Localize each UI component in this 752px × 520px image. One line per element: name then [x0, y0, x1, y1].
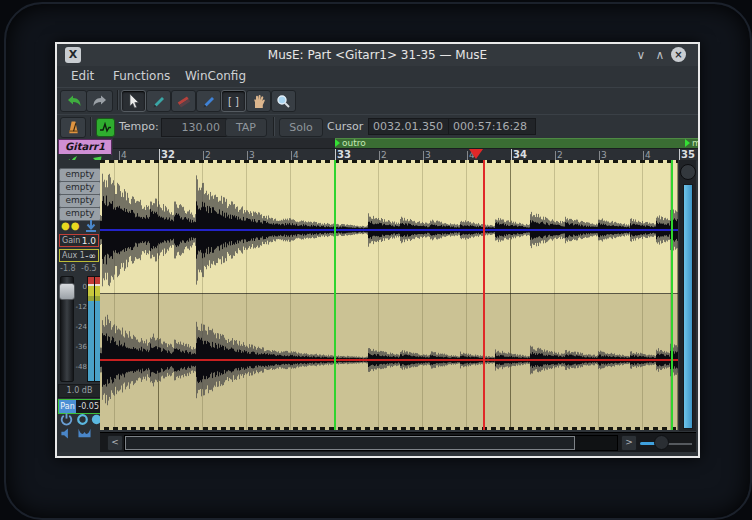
gain-control[interactable]: Gain 1.0 [59, 234, 99, 247]
peak-value-left: -1.8 [60, 264, 76, 273]
record-ring-icon[interactable] [76, 413, 89, 426]
fader-scale-label: -48 [74, 363, 87, 371]
power-icon[interactable] [60, 413, 73, 426]
playhead-marker[interactable] [469, 149, 483, 159]
eraser-tool-button[interactable] [171, 90, 196, 112]
stereo-link-icon[interactable]: ●● [61, 220, 80, 231]
fader-scale-label: -24 [74, 323, 87, 331]
volume-fader-handle[interactable] [59, 283, 75, 300]
titlebar[interactable]: X MusE: Part <Gitarr1> 31-35 — MusE ∨ ∧ … [57, 44, 698, 67]
toolbar-separator [90, 117, 92, 136]
gain-value: 1.0 [82, 236, 96, 246]
range-tool-icon: [ ] [228, 96, 239, 107]
pan-hand-tool-icon [252, 94, 266, 109]
fader-scale-label: 0 [74, 283, 87, 291]
aux-label: Aux 1 [62, 251, 85, 260]
vertical-zoom-knob[interactable] [680, 164, 696, 180]
tempo-map-icon [99, 122, 112, 133]
draw-tool-icon [201, 94, 216, 109]
pointer-tool-button[interactable] [121, 90, 146, 112]
tempo-label: Tempo: [119, 120, 159, 133]
metronome-icon [66, 120, 81, 135]
scroll-right-button[interactable]: > [621, 435, 637, 451]
minimize-button[interactable]: ∨ [633, 44, 649, 66]
range-tool-button[interactable]: [ ] [221, 90, 246, 112]
marker-flag-icon[interactable] [685, 139, 690, 147]
undo-button[interactable] [60, 90, 87, 112]
eraser-tool-icon [176, 94, 192, 109]
tempo-toggle-button[interactable] [96, 118, 115, 137]
pencil-tool-button[interactable] [146, 90, 171, 112]
hzoom-slider-knob[interactable] [654, 435, 669, 450]
window-title: MusE: Part <Gitarr1> 31-35 — MusE [57, 44, 698, 66]
scrollbar-thumb[interactable] [125, 436, 575, 450]
redo-icon [92, 95, 108, 108]
peak-value-right: -6.5 [81, 264, 97, 273]
waveform-display[interactable] [100, 160, 678, 430]
pointer-tool-icon [127, 94, 140, 109]
solo-button[interactable]: Solo [279, 118, 323, 137]
toolbar-separator [273, 117, 275, 136]
metronome-button[interactable] [60, 117, 86, 138]
hzoom-slider-track [668, 443, 692, 445]
route-down-arrow-icon[interactable] [84, 220, 98, 233]
controller-slot[interactable]: empty [59, 207, 101, 221]
tools-toolbar: [ ] [57, 87, 698, 115]
controller-slot[interactable]: empty [59, 168, 101, 182]
toolbar-separator [117, 90, 119, 110]
marker-region [335, 138, 698, 148]
marker-label: outro [342, 138, 366, 148]
track-name-tag[interactable]: Gitarr1 [58, 139, 112, 155]
marker-flag-icon[interactable] [335, 139, 340, 147]
screen: X MusE: Part <Gitarr1> 31-35 — MusE ∨ ∧ … [0, 0, 752, 520]
fader-scale-label: -36 [74, 343, 87, 351]
horizontal-scrollbar: < > [100, 432, 696, 452]
track-control-panel: empty empty empty empty ●● Gain 1.0 Aux … [57, 160, 100, 452]
vertical-zoom-bar [683, 184, 693, 429]
zoom-tool-icon [276, 94, 291, 109]
gain-label: Gain [62, 236, 80, 245]
tap-button[interactable]: TAP [225, 118, 267, 137]
controller-slot[interactable]: empty [59, 181, 101, 195]
controller-slot[interactable]: empty [59, 194, 101, 208]
marker-label: mo [692, 138, 698, 148]
marker-strip[interactable]: outromo [113, 138, 698, 148]
cursor-label: Cursor [327, 120, 363, 133]
mute-speaker-icon[interactable] [60, 427, 73, 440]
tempo-spinbox[interactable]: 130.00 ▲▼ [161, 118, 235, 137]
pan-hand-tool-button[interactable] [246, 90, 271, 112]
wave-mode-icon[interactable] [77, 427, 92, 440]
cursor-position-display: 0032.01.350 [368, 118, 450, 135]
zoom-tool-button[interactable] [271, 90, 296, 112]
close-button[interactable]: × [671, 47, 686, 62]
muse-wave-editor-window: X MusE: Part <Gitarr1> 31-35 — MusE ∨ ∧ … [55, 42, 700, 458]
scroll-left-button[interactable]: < [107, 435, 123, 451]
maximize-button[interactable]: ∧ [652, 44, 668, 66]
menu-winconfig[interactable]: WinConfig [185, 66, 246, 87]
undo-icon [66, 95, 82, 108]
pan-value: -0.05 [76, 400, 100, 413]
draw-tool-button[interactable] [196, 90, 221, 112]
transport-toolbar: Tempo: 130.00 ▲▼ TAP Solo Cursor 0032.01… [57, 114, 698, 140]
aux-value: -∞ [85, 251, 96, 261]
tempo-value: 130.00 [182, 121, 221, 134]
fader-scale-label: -12 [74, 303, 87, 311]
menu-functions[interactable]: Functions [113, 66, 170, 87]
menubar: Edit Functions WinConfig [57, 66, 698, 87]
redo-button[interactable] [86, 90, 113, 112]
menu-edit[interactable]: Edit [71, 66, 94, 87]
pan-control[interactable]: Pan -0.05 [58, 399, 101, 414]
aux-send-control[interactable]: Aux 1 -∞ [59, 249, 99, 262]
pan-label: Pan [59, 400, 76, 413]
scrollbar-track[interactable] [124, 435, 618, 451]
gain-db-display: 1.0 dB [58, 384, 101, 398]
pencil-tool-icon [151, 94, 166, 109]
vertical-zoom-slider[interactable] [679, 160, 696, 431]
cursor-time-display: 000:57:16:28 [448, 118, 536, 135]
